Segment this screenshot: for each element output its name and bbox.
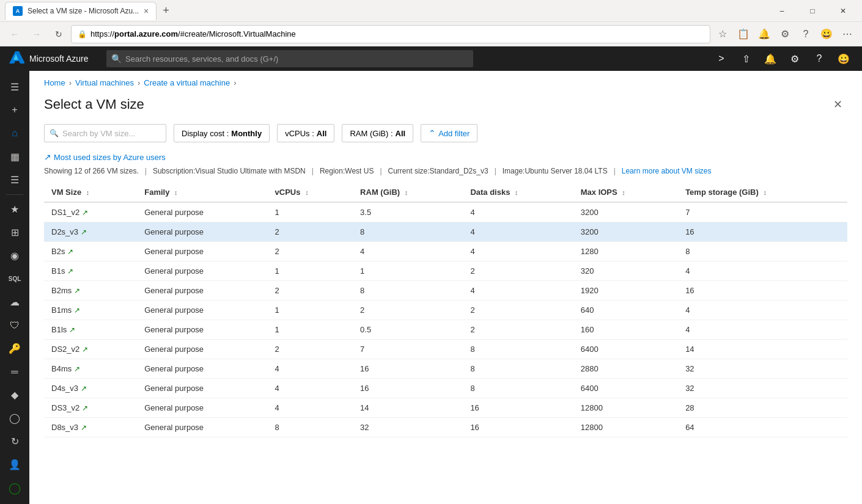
minimize-button[interactable]: –: [768, 2, 796, 20]
sidebar-item-grid[interactable]: ⊞: [2, 222, 27, 244]
learn-more-link[interactable]: Learn more about VM sizes: [622, 167, 712, 175]
cell-vm-size: D8s_v3 ↗: [44, 418, 137, 437]
breadcrumb-home[interactable]: Home: [44, 78, 65, 87]
sidebar-item-security[interactable]: 🛡: [2, 315, 27, 337]
display-cost-filter[interactable]: Display cost : Monthly: [174, 124, 270, 142]
col-data-disks-sort[interactable]: ↕: [515, 189, 518, 196]
maximize-button[interactable]: □: [798, 2, 827, 20]
sidebar-item-expand[interactable]: ☰: [2, 76, 27, 98]
settings-icon[interactable]: ⚙: [775, 24, 795, 44]
table-row[interactable]: DS1_v2 ↗ General purpose 1 3.5 4 3200 7: [44, 202, 847, 222]
tab-close-button[interactable]: ×: [144, 7, 149, 15]
help-icon[interactable]: ?: [796, 24, 816, 44]
sidebar-item-user[interactable]: 👤: [2, 454, 27, 476]
back-button[interactable]: ←: [5, 24, 24, 44]
cell-temp-storage: 28: [678, 398, 847, 418]
azure-search-input[interactable]: [125, 54, 468, 64]
table-row[interactable]: D8s_v3 ↗ General purpose 8 32 16 12800 6…: [44, 418, 847, 437]
sidebar-item-monitor[interactable]: ◉: [2, 245, 27, 267]
ram-value: All: [396, 129, 406, 138]
sidebar-item-diamond[interactable]: ◆: [2, 384, 27, 406]
ram-filter[interactable]: RAM (GiB) : All: [342, 124, 413, 142]
breadcrumb-create-vm[interactable]: Create a virtual machine: [144, 78, 230, 87]
trend-icon: ↗: [44, 152, 51, 162]
trending-icon: ↗: [82, 404, 88, 412]
cell-temp-storage: 32: [678, 359, 847, 379]
sidebar-item-rotate[interactable]: ↻: [2, 431, 27, 453]
page-header: Select a VM size ✕: [29, 92, 862, 124]
azure-sidebar: ☰ + ⌂ ▦ ☰ ★ ⊞ ◉ SQL ☁ 🛡 🔑 ═ ◆ ◯ ↻ 👤 ◯: [0, 71, 29, 504]
col-vcpus-sort[interactable]: ↕: [305, 189, 309, 196]
search-box-icon: 🔍: [50, 129, 59, 137]
table-row[interactable]: B4ms ↗ General purpose 4 16 8 2880 32: [44, 359, 847, 379]
table-row[interactable]: D4s_v3 ↗ General purpose 4 16 8 6400 32: [44, 379, 847, 398]
close-window-button[interactable]: ✕: [829, 2, 857, 20]
cell-vm-size: B1ms ↗: [44, 301, 137, 320]
notifications-icon[interactable]: 🔔: [754, 24, 774, 44]
table-row[interactable]: DS2_v2 ↗ General purpose 2 7 8 6400 14: [44, 340, 847, 359]
cell-temp-storage: 16: [678, 281, 847, 301]
sidebar-item-create[interactable]: +: [2, 99, 27, 121]
cell-data-disks: 4: [463, 202, 573, 222]
sidebar-item-sql[interactable]: SQL: [2, 268, 27, 290]
sidebar-item-clock[interactable]: ◯: [2, 407, 27, 429]
cell-family: General purpose: [137, 379, 267, 398]
vm-search-box[interactable]: 🔍: [44, 124, 166, 142]
col-max-iops-sort[interactable]: ↕: [622, 189, 625, 196]
browser-menu-button[interactable]: ⋯: [838, 24, 857, 44]
azure-topnav: Microsoft Azure 🔍 > ⇧ 🔔 ⚙ ? 😀: [0, 46, 862, 71]
cell-max-iops: 6400: [573, 379, 678, 398]
new-tab-button[interactable]: +: [159, 1, 173, 21]
bell-icon[interactable]: 🔔: [759, 48, 781, 70]
table-row[interactable]: B2s ↗ General purpose 2 4 4 1280 8: [44, 242, 847, 261]
vm-search-input[interactable]: [62, 129, 160, 138]
sidebar-item-dashboard[interactable]: ▦: [2, 145, 27, 167]
col-temp-storage-sort[interactable]: ↕: [763, 189, 767, 196]
sidebar-item-cloud[interactable]: ☁: [2, 291, 27, 313]
smiley-icon[interactable]: 😀: [833, 48, 855, 70]
cell-data-disks: 2: [463, 301, 573, 320]
sidebar-item-list[interactable]: ═: [2, 361, 27, 383]
cell-temp-storage: 4: [678, 261, 847, 281]
refresh-button[interactable]: ↻: [49, 24, 68, 44]
sidebar-item-key[interactable]: 🔑: [2, 338, 27, 360]
browser-tab-active[interactable]: A Select a VM size - Microsoft Azu... ×: [5, 2, 157, 20]
browser-toolbar-icons: ☆ 📋 🔔 ⚙ ? 😀 ⋯: [713, 24, 857, 44]
forward-button[interactable]: →: [27, 24, 46, 44]
vm-size-name: D4s_v3: [51, 384, 78, 393]
col-vm-size-sort[interactable]: ↕: [86, 189, 90, 196]
account-icon[interactable]: 😀: [817, 24, 836, 44]
address-bar[interactable]: 🔒 https://portal.azure.com/#create/Micro…: [71, 25, 710, 43]
sidebar-item-favorites[interactable]: ★: [2, 199, 27, 221]
cell-family: General purpose: [137, 261, 267, 281]
browser-titlebar: A Select a VM size - Microsoft Azu... × …: [0, 0, 862, 22]
vcpus-filter[interactable]: vCPUs : All: [277, 124, 334, 142]
cloud-shell-icon[interactable]: >: [710, 48, 732, 70]
col-ram-sort[interactable]: ↕: [405, 189, 408, 196]
table-row[interactable]: DS3_v2 ↗ General purpose 4 14 16 12800 2…: [44, 398, 847, 418]
breadcrumb-virtual-machines[interactable]: Virtual machines: [75, 78, 134, 87]
add-filter-button[interactable]: ⌃ Add filter: [421, 124, 477, 142]
table-row[interactable]: B1s ↗ General purpose 1 1 2 320 4: [44, 261, 847, 281]
question-icon[interactable]: ?: [808, 48, 830, 70]
table-row[interactable]: B1ls ↗ General purpose 1 0.5 2 160 4: [44, 320, 847, 340]
azure-search-box[interactable]: 🔍: [106, 50, 473, 67]
cell-ram: 32: [353, 418, 463, 437]
vm-size-name: DS1_v2: [51, 208, 79, 217]
sidebar-item-circle[interactable]: ◯: [2, 477, 27, 499]
col-header-vm-size: VM Size ↕: [44, 183, 137, 202]
close-button[interactable]: ✕: [828, 95, 847, 114]
col-family-sort[interactable]: ↕: [174, 189, 178, 196]
cell-ram: 7: [353, 340, 463, 359]
browser-tabs: A Select a VM size - Microsoft Azu... × …: [5, 1, 768, 21]
gear-icon[interactable]: ⚙: [784, 48, 806, 70]
collections-icon[interactable]: 📋: [734, 24, 753, 44]
cell-temp-storage: 16: [678, 222, 847, 242]
table-row[interactable]: B1ms ↗ General purpose 1 2 2 640 4: [44, 301, 847, 320]
table-row[interactable]: B2ms ↗ General purpose 2 8 4 1920 16: [44, 281, 847, 301]
sidebar-item-all-services[interactable]: ☰: [2, 169, 27, 191]
sidebar-item-home[interactable]: ⌂: [2, 122, 27, 144]
favorites-icon[interactable]: ☆: [713, 24, 732, 44]
upload-icon[interactable]: ⇧: [735, 48, 757, 70]
table-row[interactable]: D2s_v3 ↗ General purpose 2 8 4 3200 16: [44, 222, 847, 242]
